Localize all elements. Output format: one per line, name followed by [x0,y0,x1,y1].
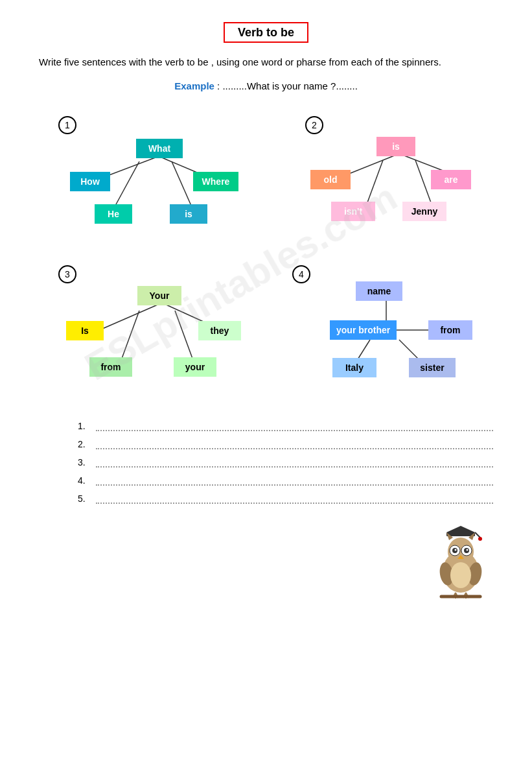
spinner-2-jenny: Jenny [402,202,446,221]
owl-container [39,523,493,601]
page-title: Verb to be [39,26,493,40]
answer-line-5: 5. [78,493,493,504]
spinner-1-number: 1 [58,116,76,134]
svg-line-7 [415,160,432,204]
spinner-2-are: are [431,170,471,189]
answer-line-2: 2. [78,439,493,449]
svg-line-10 [120,311,139,364]
example-text: : .........What is your name ?........ [217,80,358,91]
spinner-4-italy: Italy [332,358,376,377]
answer-num-4: 4. [78,475,93,486]
answer-num-3: 3. [78,457,93,468]
spinner-4-your-brother: your brother [330,320,397,340]
spinner-3-from: from [89,357,132,377]
answer-line-4: 4. [78,475,493,486]
spinner-2-old: old [310,170,351,189]
spinner-2-number: 2 [305,116,323,134]
svg-line-3 [172,161,191,206]
spinner-3: 3 Your Is they from your [39,259,246,395]
svg-line-11 [175,311,194,364]
spinner-3-is: Is [66,321,104,340]
svg-point-19 [478,537,482,541]
svg-point-28 [455,549,457,551]
spinner-3-your2: your [174,357,216,377]
spinners-top-row: 1 What How Where He is [39,110,493,233]
spinner-2-is: is [376,137,415,156]
svg-rect-16 [446,532,475,536]
answer-dotted-1 [96,421,493,431]
spinner-1-is: is [170,204,207,224]
spinner-1-where: Where [193,172,238,191]
spinner-1-what: What [136,139,183,158]
spinner-4-from: from [428,320,472,340]
spinner-1-he: He [95,204,132,224]
spinner-2: 2 is old are isn't Jenny [292,110,493,233]
svg-line-18 [475,532,480,538]
spinner-1: 1 What How Where He is [39,110,246,233]
spinner-4-sister: sister [409,358,456,377]
example-line: Example : .........What is your name ?..… [39,80,493,91]
svg-line-6 [367,160,383,204]
spinners-bottom-row: 3 Your Is they from your [39,259,493,395]
answer-line-3: 3. [78,457,493,468]
svg-point-33 [450,562,471,588]
answer-dotted-5 [96,493,493,504]
svg-point-29 [467,549,468,551]
owl-icon [428,523,493,601]
spinner-3-your: Your [137,286,181,305]
answer-dotted-3 [96,457,493,468]
svg-line-8 [102,303,162,329]
svg-marker-17 [446,526,475,532]
spinner-2-isnt: isn't [331,202,375,221]
answer-dotted-4 [96,475,493,486]
spinner-3-number: 3 [58,265,76,283]
spinner-1-how: How [70,172,110,191]
answer-num-2: 2. [78,439,93,449]
answer-num-1: 1. [78,421,93,431]
answer-lines: 1. 2. 3. 4. 5. [78,421,493,504]
spinner-4: 4 name your brother from Italy sister [286,259,493,395]
answer-line-1: 1. [78,421,493,431]
spinner-4-number: 4 [292,265,310,283]
answer-dotted-2 [96,439,493,449]
answer-num-5: 5. [78,493,93,504]
instructions-text: Write five sentences with the verb to be… [39,55,493,70]
spinner-3-they: they [198,321,241,340]
svg-line-4 [347,154,399,174]
example-label: Example [174,80,214,91]
spinner-4-name: name [356,281,402,301]
svg-line-2 [115,161,139,206]
